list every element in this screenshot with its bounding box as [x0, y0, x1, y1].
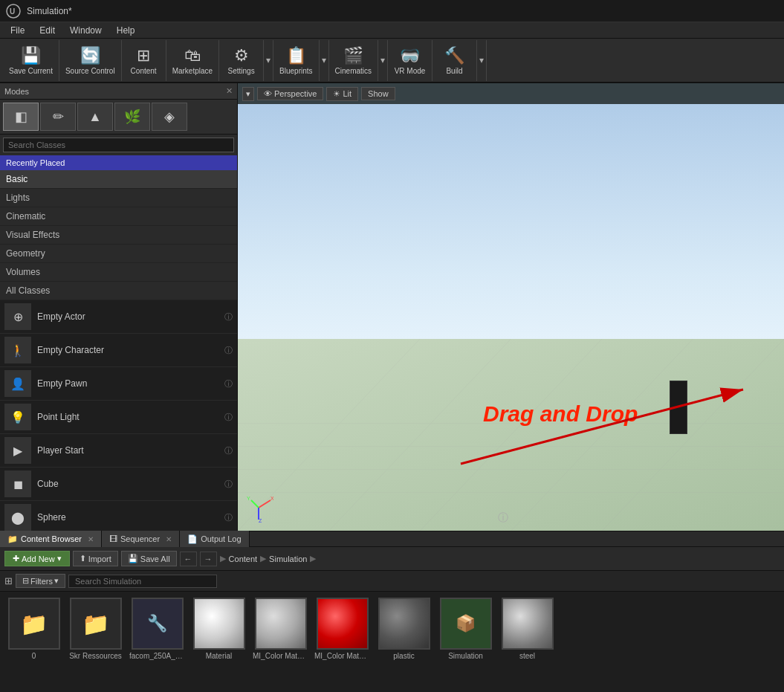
- viewport-info-icon[interactable]: ⓘ: [498, 511, 508, 525]
- save-all-icon: 💾: [128, 554, 138, 563]
- content-browser-tab-close[interactable]: ✕: [88, 535, 94, 543]
- tab-content-browser[interactable]: 📁 Content Browser ✕: [0, 531, 102, 547]
- category-volumes[interactable]: Volumes: [0, 263, 237, 282]
- settings-button[interactable]: ⚙ Settings: [219, 40, 264, 81]
- actor-info-empty-character[interactable]: ⓘ: [224, 345, 233, 356]
- actor-icon-point-light: 💡: [4, 404, 31, 430]
- drag-drop-text: Drag and Drop: [483, 401, 638, 427]
- recently-placed-label[interactable]: Recently Placed: [0, 155, 237, 170]
- asset-item-sim-sim[interactable]: 📦 Simulation: [438, 598, 493, 660]
- asset-item-mat-plastic[interactable]: plastic: [376, 598, 432, 660]
- cinematics-dropdown-arrow[interactable]: ▾: [378, 40, 388, 81]
- unreal-logo: U: [6, 4, 21, 19]
- mode-btn-placement[interactable]: ◧: [3, 103, 39, 131]
- category-cinematic[interactable]: Cinematic: [0, 207, 237, 226]
- grid-overlay: [238, 339, 784, 531]
- perspective-button[interactable]: 👁 Perspective: [257, 87, 323, 100]
- search-simulation-input[interactable]: [68, 575, 217, 588]
- svg-line-9: [602, 339, 784, 531]
- breadcrumb-simulation[interactable]: Simulation: [269, 554, 307, 563]
- mode-btn-landscape[interactable]: ▲: [77, 103, 113, 131]
- mode-btn-geometry[interactable]: ◈: [152, 103, 187, 131]
- asset-item-mat-steel[interactable]: steel: [499, 598, 555, 660]
- asset-item-folder-0[interactable]: 📁 0: [6, 598, 62, 660]
- breadcrumb-content[interactable]: Content: [229, 554, 258, 563]
- breadcrumb-sep2: ▶: [260, 554, 266, 563]
- actor-info-cube[interactable]: ⓘ: [224, 479, 233, 490]
- viewport[interactable]: ▾ 👁 Perspective ☀ Lit Show: [238, 83, 784, 531]
- viewport-options-dropdown[interactable]: ▾: [242, 87, 254, 101]
- sequencer-tab-close[interactable]: ✕: [166, 535, 172, 543]
- mode-btn-paint[interactable]: ✏: [40, 103, 76, 131]
- menu-window[interactable]: Window: [62, 25, 109, 36]
- menu-file[interactable]: File: [3, 25, 32, 36]
- add-new-button[interactable]: ✚ Add New ▾: [4, 551, 70, 566]
- actor-icon-player-start: ▶: [4, 437, 31, 464]
- actor-item-empty-actor[interactable]: ⊕ Empty Actor ⓘ: [0, 300, 237, 334]
- actor-item-cube[interactable]: ◼ Cube ⓘ: [0, 468, 237, 501]
- add-new-dropdown-icon: ▾: [57, 554, 62, 563]
- actor-icon-empty-character: 🚶: [4, 337, 31, 363]
- asset-thumb-folder-0: 📁: [8, 598, 60, 650]
- modes-close-icon[interactable]: ✕: [226, 86, 233, 96]
- settings-dropdown-arrow[interactable]: ▾: [264, 40, 273, 81]
- category-lights[interactable]: Lights: [0, 189, 237, 207]
- blueprints-button[interactable]: 📋 Blueprints: [273, 40, 319, 81]
- asset-label-folder-0: 0: [32, 652, 36, 660]
- search-bar: [0, 135, 237, 155]
- perspective-label: Perspective: [274, 89, 317, 98]
- actor-item-empty-character[interactable]: 🚶 Empty Character ⓘ: [0, 334, 237, 367]
- content-button[interactable]: ⊞ Content: [122, 40, 166, 81]
- import-label: Import: [88, 554, 111, 563]
- menu-help[interactable]: Help: [109, 25, 143, 36]
- vr-mode-button[interactable]: 🥽 VR Mode: [388, 40, 433, 81]
- cinematics-button[interactable]: 🎬 Cinematics: [329, 40, 378, 81]
- asset-item-mesh-facom[interactable]: 🔧 facom_250A_dial_torque_wrench...: [129, 598, 185, 660]
- menu-edit[interactable]: Edit: [32, 25, 62, 36]
- build-button[interactable]: 🔨 Build: [433, 40, 477, 81]
- asset-item-folder-skr[interactable]: 📁 Skr Ressources: [68, 598, 123, 660]
- asset-label-mat-ml-color1: MI_Color Material1: [314, 652, 370, 660]
- actor-info-point-light[interactable]: ⓘ: [224, 412, 233, 423]
- actor-info-player-start[interactable]: ⓘ: [224, 445, 233, 456]
- mode-btn-foliage[interactable]: 🌿: [114, 103, 150, 131]
- forward-button[interactable]: →: [200, 552, 217, 566]
- actor-icon-cube: ◼: [4, 471, 31, 497]
- modes-header: Modes ✕: [0, 83, 237, 100]
- marketplace-button[interactable]: 🛍 Marketplace: [166, 40, 219, 81]
- category-geometry[interactable]: Geometry: [0, 245, 237, 263]
- svg-line-13: [259, 500, 270, 508]
- actor-item-player-start[interactable]: ▶ Player Start ⓘ: [0, 434, 237, 468]
- blueprints-dropdown-arrow[interactable]: ▾: [320, 40, 329, 81]
- build-dropdown-arrow[interactable]: ▾: [477, 40, 487, 81]
- add-new-icon: ✚: [13, 554, 19, 563]
- asset-item-mat-white[interactable]: Material: [191, 598, 247, 660]
- actor-item-empty-pawn[interactable]: 👤 Empty Pawn ⓘ: [0, 367, 237, 401]
- actor-info-empty-actor[interactable]: ⓘ: [224, 311, 233, 323]
- actor-info-empty-pawn[interactable]: ⓘ: [224, 378, 233, 389]
- filters-button[interactable]: ⊟ Filters ▾: [16, 574, 65, 588]
- viewport-toolbar: ▾ 👁 Perspective ☀ Lit Show: [238, 83, 784, 104]
- category-basic[interactable]: Basic: [0, 170, 237, 189]
- asset-item-mat-ml-color1[interactable]: MI_Color Material1: [314, 598, 370, 660]
- tab-sequencer[interactable]: 🎞 Sequencer ✕: [102, 531, 180, 547]
- save-all-button[interactable]: 💾 Save All: [121, 551, 177, 566]
- back-button[interactable]: ←: [180, 552, 197, 566]
- asset-item-mat-ml-color[interactable]: MI_Color Material: [253, 598, 308, 660]
- search-classes-input[interactable]: [3, 138, 234, 152]
- show-button[interactable]: Show: [361, 87, 395, 100]
- actor-item-sphere[interactable]: ⬤ Sphere ⓘ: [0, 501, 237, 531]
- category-visual-effects[interactable]: Visual Effects: [0, 226, 237, 245]
- save-current-button[interactable]: 💾 Save Current: [3, 40, 59, 81]
- source-control-button[interactable]: 🔄 Source Control: [59, 40, 122, 81]
- actor-item-point-light[interactable]: 💡 Point Light ⓘ: [0, 401, 237, 434]
- actor-info-sphere[interactable]: ⓘ: [224, 512, 233, 523]
- tab-output-log[interactable]: 📄 Output Log: [180, 531, 249, 547]
- import-button[interactable]: ⬆ Import: [73, 551, 118, 566]
- lit-label: Lit: [343, 89, 351, 98]
- view-options-icon[interactable]: ⊞: [4, 575, 13, 586]
- category-all-classes[interactable]: All Classes: [0, 282, 237, 300]
- asset-thumb-mat-white: [193, 598, 245, 650]
- lit-button[interactable]: ☀ Lit: [326, 87, 358, 101]
- asset-label-mat-white: Material: [206, 652, 233, 660]
